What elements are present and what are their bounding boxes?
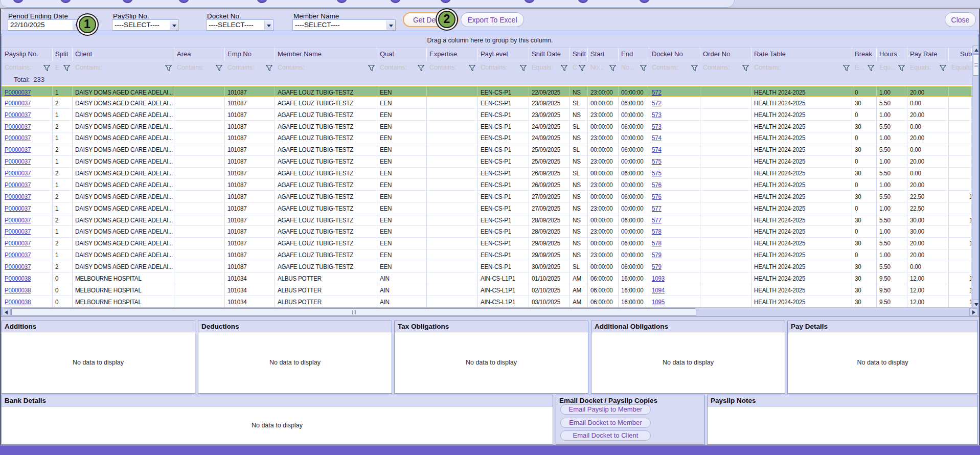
filter-cell-payslip[interactable]: Contains:	[2, 61, 53, 74]
column-header-start[interactable]: Start	[588, 48, 619, 61]
table-row[interactable]: P00000371DAISY DOMS AGED CARE ADELAI...1…	[2, 156, 973, 168]
column-header-shift[interactable]: Shift	[570, 48, 588, 61]
table-row[interactable]: P00000380MELBOURNE HOSPITAL101034ALBUS P…	[2, 296, 973, 308]
docket-link[interactable]: 572	[652, 99, 662, 107]
filter-funnel-icon[interactable]	[579, 65, 585, 71]
scroll-up-icon[interactable]	[973, 46, 979, 54]
docket-link[interactable]: 578	[652, 228, 662, 235]
payslip-link[interactable]: P0000037	[5, 111, 31, 119]
table-row[interactable]: P00000371DAISY DOMS AGED CARE ADELAI...1…	[2, 109, 973, 121]
table-row[interactable]: P00000371DAISY DOMS AGED CARE ADELAI...1…	[2, 226, 973, 238]
filter-cell-client[interactable]: Contains:	[73, 61, 174, 74]
column-header-docket[interactable]: Docket No	[649, 48, 700, 61]
horizontal-scroll-thumb[interactable]	[11, 308, 696, 316]
filter-cell-docket[interactable]: Contains:	[649, 61, 700, 74]
payslip-notes-content[interactable]	[708, 406, 977, 444]
filter-funnel-icon[interactable]	[691, 65, 698, 71]
scroll-down-icon[interactable]	[973, 300, 979, 308]
close-button[interactable]: Close	[945, 12, 976, 27]
payslip-link[interactable]: P0000037	[5, 263, 31, 270]
table-row[interactable]: P00000371DAISY DOMS AGED CARE ADELAI...1…	[2, 86, 973, 98]
filter-funnel-icon[interactable]	[216, 65, 222, 71]
table-row[interactable]: P00000380MELBOURNE HOSPITAL101034ALBUS P…	[2, 284, 973, 296]
docket-link[interactable]: 574	[652, 146, 662, 153]
docket-link[interactable]: 572	[652, 88, 662, 96]
column-header-break[interactable]: Break	[852, 48, 877, 61]
period-ending-date-field[interactable]: 22/10/2025	[8, 19, 82, 31]
filter-funnel-icon[interactable]	[640, 65, 647, 71]
column-header-end[interactable]: End	[619, 48, 649, 61]
table-row[interactable]: P00000372DAISY DOMS AGED CARE ADELAI...1…	[2, 144, 973, 156]
member-name-select[interactable]: ----SELECT----	[292, 19, 396, 31]
payslip-link[interactable]: P0000037	[5, 181, 31, 189]
payslip-link[interactable]: P0000037	[5, 134, 31, 142]
docket-link[interactable]: 1095	[652, 298, 665, 306]
filter-cell-paylevel[interactable]: Contains:	[478, 61, 529, 74]
docket-no-dropdown-icon[interactable]	[264, 20, 272, 30]
payslip-link[interactable]: P0000037	[5, 228, 31, 235]
table-row[interactable]: P00000372DAISY DOMS AGED CARE ADELAI...1…	[2, 238, 973, 249]
export-to-excel-button[interactable]: Export To Excel	[461, 12, 524, 27]
docket-link[interactable]: 579	[652, 251, 662, 259]
table-row[interactable]: P00000371DAISY DOMS AGED CARE ADELAI...1…	[2, 249, 973, 261]
column-header-orderno[interactable]: Order No	[700, 48, 751, 61]
filter-cell-sub[interactable]: Equals:	[949, 61, 972, 74]
docket-link[interactable]: 575	[652, 169, 662, 177]
filter-funnel-icon[interactable]	[520, 65, 527, 71]
payslip-link[interactable]: P0000038	[5, 275, 31, 282]
docket-link[interactable]: 574	[652, 134, 662, 142]
payslip-link[interactable]: P0000038	[5, 286, 31, 294]
column-header-qual[interactable]: Qual	[377, 48, 427, 61]
vertical-scroll-thumb[interactable]	[973, 54, 979, 76]
filter-cell-emp[interactable]: Contains:	[225, 61, 275, 74]
column-header-expertise[interactable]: Expertise	[427, 48, 478, 61]
filter-cell-break[interactable]: E...	[852, 61, 877, 74]
docket-link[interactable]: 579	[652, 263, 662, 270]
payslip-link[interactable]: P0000037	[5, 123, 31, 130]
grid-vertical-scrollbar[interactable]	[972, 46, 978, 308]
docket-link[interactable]: 1093	[652, 275, 665, 282]
member-name-dropdown-icon[interactable]	[386, 20, 395, 30]
payslip-link[interactable]: P0000038	[5, 298, 31, 306]
table-row[interactable]: P00000372DAISY DOMS AGED CARE ADELAI...1…	[2, 168, 973, 179]
column-header-payslip[interactable]: Payslip No.	[2, 48, 53, 61]
filter-cell-expertise[interactable]: Contains:	[427, 61, 478, 74]
payslip-link[interactable]: P0000037	[5, 239, 31, 247]
payslip-link[interactable]: P0000037	[5, 204, 31, 212]
table-row[interactable]: P00000372DAISY DOMS AGED CARE ADELAI...1…	[2, 261, 973, 273]
filter-funnel-icon[interactable]	[561, 65, 567, 71]
filter-cell-qual[interactable]: Contains:	[377, 61, 427, 74]
filter-funnel-icon[interactable]	[418, 65, 424, 71]
column-header-split[interactable]: Split	[53, 48, 73, 61]
filter-funnel-icon[interactable]	[868, 65, 874, 71]
column-header-area[interactable]: Area	[174, 48, 225, 61]
scroll-right-icon[interactable]	[969, 308, 977, 316]
filter-funnel-icon[interactable]	[742, 65, 749, 71]
filter-cell-area[interactable]: Contains:	[174, 61, 225, 74]
filter-funnel-icon[interactable]	[609, 65, 616, 71]
table-row[interactable]: P00000372DAISY DOMS AGED CARE ADELAI...1…	[2, 214, 973, 226]
filter-funnel-icon[interactable]	[469, 65, 475, 71]
filter-funnel-icon[interactable]	[266, 65, 272, 71]
docket-link[interactable]: 573	[652, 111, 662, 119]
scroll-left-icon[interactable]	[3, 308, 11, 316]
docket-link[interactable]: 575	[652, 157, 662, 165]
docket-link[interactable]: 576	[652, 181, 662, 189]
table-row[interactable]: P00000371DAISY DOMS AGED CARE ADELAI...1…	[2, 202, 973, 214]
filter-cell-hours[interactable]: Equ...	[877, 61, 907, 74]
filter-cell-ratetable[interactable]: Contains:	[751, 61, 852, 74]
table-row[interactable]: P00000372DAISY DOMS AGED CARE ADELAI...1…	[2, 191, 973, 202]
payslip-link[interactable]: P0000037	[5, 157, 31, 165]
group-by-bar[interactable]: Drag a column here to group by this colu…	[2, 34, 978, 47]
filter-cell-end[interactable]: No...	[619, 61, 649, 74]
docket-link[interactable]: 576	[652, 193, 662, 200]
filter-cell-start[interactable]: No...	[588, 61, 619, 74]
column-header-paylevel[interactable]: PayLevel	[478, 48, 529, 61]
filter-cell-shift[interactable]: C	[570, 61, 588, 74]
email-payslip-to-member-button[interactable]: Email Payslip to Member	[560, 404, 651, 415]
docket-link[interactable]: 578	[652, 239, 662, 247]
table-row[interactable]: P00000372DAISY DOMS AGED CARE ADELAI...1…	[2, 97, 973, 109]
payslip-link[interactable]: P0000037	[5, 251, 31, 259]
table-row[interactable]: P00000380MELBOURNE HOSPITAL101034ALBUS P…	[2, 272, 973, 284]
filter-funnel-icon[interactable]	[898, 65, 905, 71]
